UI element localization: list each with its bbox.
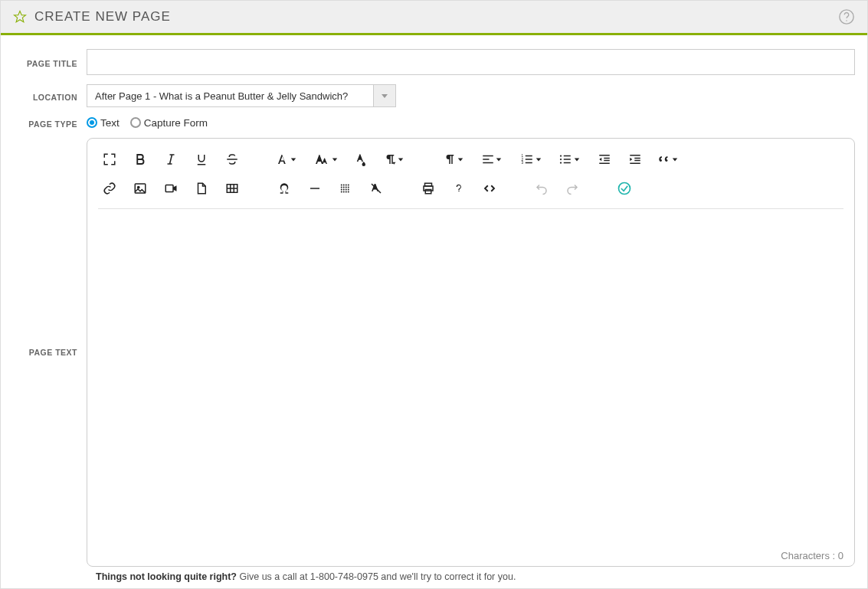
svg-point-61 bbox=[343, 188, 345, 190]
ordered-list-icon[interactable]: 123 bbox=[516, 148, 547, 171]
help-footer: Things not looking quite right? Give us … bbox=[13, 567, 855, 582]
svg-point-52 bbox=[341, 184, 342, 185]
clear-format-icon[interactable] bbox=[365, 177, 388, 200]
svg-marker-36 bbox=[599, 158, 601, 162]
radio-button-icon bbox=[87, 117, 97, 128]
help-toolbar-icon[interactable] bbox=[447, 177, 470, 200]
svg-line-4 bbox=[170, 155, 172, 164]
svg-rect-45 bbox=[165, 185, 173, 191]
print-icon[interactable] bbox=[417, 177, 440, 200]
svg-marker-41 bbox=[630, 158, 632, 162]
svg-point-60 bbox=[341, 188, 342, 190]
fullscreen-icon[interactable] bbox=[98, 148, 121, 171]
star-icon bbox=[13, 10, 27, 24]
svg-point-62 bbox=[346, 188, 347, 190]
page-text-label: PAGE TEXT bbox=[13, 138, 87, 567]
chevron-down-icon[interactable] bbox=[373, 84, 396, 107]
svg-point-55 bbox=[348, 184, 349, 185]
editor-footer: Characters : 0 bbox=[87, 545, 854, 566]
page-type-label: PAGE TYPE bbox=[13, 116, 87, 129]
svg-marker-17 bbox=[496, 158, 501, 161]
page-type-radio-group: Text Capture Form bbox=[87, 117, 208, 129]
image-icon[interactable] bbox=[129, 177, 152, 200]
svg-marker-42 bbox=[673, 158, 677, 161]
char-count: 0 bbox=[838, 550, 843, 561]
indent-icon[interactable] bbox=[624, 148, 647, 171]
unordered-list-icon[interactable] bbox=[555, 148, 585, 171]
radio-button-icon bbox=[130, 117, 141, 128]
quote-icon[interactable] bbox=[654, 148, 685, 171]
svg-point-65 bbox=[343, 191, 345, 192]
link-icon[interactable] bbox=[98, 177, 121, 200]
font-family-icon[interactable] bbox=[273, 148, 303, 171]
undo-icon[interactable] bbox=[530, 177, 553, 200]
location-selected-value: After Page 1 - What is a Peanut Butter &… bbox=[87, 84, 373, 107]
svg-marker-3 bbox=[382, 94, 388, 98]
svg-point-29 bbox=[560, 159, 562, 160]
bold-icon[interactable] bbox=[129, 148, 152, 171]
text-color-icon[interactable] bbox=[349, 148, 372, 171]
svg-marker-24 bbox=[536, 158, 541, 161]
svg-point-63 bbox=[348, 188, 349, 190]
svg-marker-9 bbox=[291, 158, 296, 161]
location-select[interactable]: After Page 1 - What is a Peanut Butter &… bbox=[87, 84, 396, 107]
svg-point-67 bbox=[348, 191, 349, 192]
page-title-label: PAGE TITLE bbox=[13, 56, 87, 68]
rich-text-editor: 123 bbox=[87, 138, 855, 567]
file-icon[interactable] bbox=[190, 177, 213, 200]
svg-marker-0 bbox=[15, 11, 26, 22]
svg-point-30 bbox=[560, 162, 562, 163]
table-icon[interactable] bbox=[221, 177, 244, 200]
svg-point-1 bbox=[840, 10, 853, 24]
page-title-input[interactable] bbox=[87, 49, 855, 75]
help-footer-text: Give us a call at 1-800-748-0975 and we'… bbox=[237, 571, 516, 582]
svg-point-66 bbox=[346, 191, 347, 192]
code-view-icon[interactable] bbox=[478, 177, 501, 200]
location-label: LOCATION bbox=[13, 90, 87, 102]
create-page-panel: CREATE NEW PAGE PAGE TITLE LOCATION Afte… bbox=[0, 0, 868, 589]
svg-point-58 bbox=[346, 186, 347, 188]
svg-point-59 bbox=[348, 186, 349, 188]
svg-point-57 bbox=[343, 186, 345, 188]
radio-capture-form-label: Capture Form bbox=[144, 117, 208, 129]
outdent-icon[interactable] bbox=[593, 148, 616, 171]
editor-content-area[interactable] bbox=[87, 209, 854, 545]
svg-point-28 bbox=[560, 155, 562, 156]
font-size-icon[interactable] bbox=[311, 148, 342, 171]
radio-text-label: Text bbox=[100, 117, 120, 129]
horizontal-rule-icon[interactable] bbox=[303, 177, 326, 200]
svg-marker-13 bbox=[458, 158, 463, 161]
align-icon[interactable] bbox=[478, 148, 509, 171]
char-label: Characters : bbox=[781, 550, 837, 561]
panel-body: PAGE TITLE LOCATION After Page 1 - What … bbox=[1, 35, 867, 588]
svg-point-2 bbox=[846, 20, 847, 21]
svg-marker-12 bbox=[398, 158, 403, 161]
spellcheck-icon[interactable] bbox=[613, 177, 636, 200]
panel-header: CREATE NEW PAGE bbox=[1, 1, 867, 35]
svg-text:3: 3 bbox=[522, 161, 524, 165]
help-footer-bold: Things not looking quite right? bbox=[96, 571, 237, 582]
italic-icon[interactable] bbox=[159, 148, 182, 171]
special-char-icon[interactable] bbox=[273, 177, 296, 200]
svg-point-64 bbox=[341, 191, 342, 192]
svg-point-72 bbox=[619, 182, 631, 194]
svg-point-44 bbox=[138, 186, 139, 188]
svg-point-56 bbox=[341, 186, 342, 188]
panel-title: CREATE NEW PAGE bbox=[34, 9, 171, 25]
help-icon[interactable] bbox=[838, 8, 855, 25]
svg-point-53 bbox=[343, 184, 345, 185]
video-icon[interactable] bbox=[159, 177, 182, 200]
emoticons-icon[interactable] bbox=[334, 177, 357, 200]
radio-text[interactable]: Text bbox=[87, 117, 120, 129]
strikethrough-icon[interactable] bbox=[221, 148, 244, 171]
svg-point-54 bbox=[346, 184, 347, 185]
paragraph-style-icon[interactable] bbox=[440, 148, 470, 171]
editor-toolbar: 123 bbox=[87, 139, 854, 209]
redo-icon[interactable] bbox=[561, 177, 584, 200]
underline-icon[interactable] bbox=[190, 148, 213, 171]
svg-marker-31 bbox=[575, 158, 579, 161]
paragraph-format-icon[interactable] bbox=[380, 148, 411, 171]
radio-capture-form[interactable]: Capture Form bbox=[130, 117, 208, 129]
svg-marker-10 bbox=[332, 158, 337, 161]
